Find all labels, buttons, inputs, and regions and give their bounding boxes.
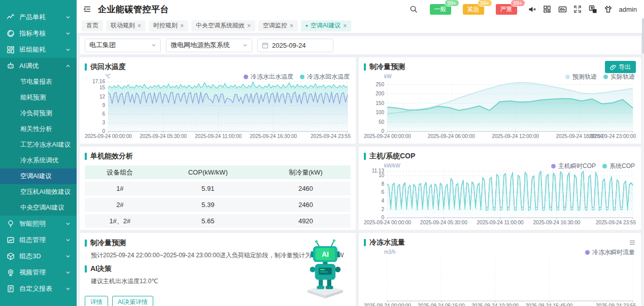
close-icon[interactable]: × [290,23,293,29]
svg-text:2025-09-24 11:00:00: 2025-09-24 11:00:00 [195,133,242,139]
sidebar-subitem-air-compressor-ai[interactable]: 空压机AI能效建议 [0,184,77,200]
sidebar-item-scada-config[interactable]: 组态管理 [0,232,77,248]
chevron-down-icon [65,31,71,36]
dashboard-grid-icon[interactable] [543,5,552,14]
svg-text:50: 50 [379,119,385,125]
sidebar-subitem-chilled-water-tuning[interactable]: 冷水系统调优 [0,153,77,168]
legend-item[interactable]: 系统COP [602,162,635,171]
legend-item[interactable]: 冷冻水出水温度 [244,73,293,81]
chart-legend: 冷冻水瞬时流量 [585,248,635,257]
data-view-icon[interactable] [629,239,636,246]
legend-item[interactable]: 冷冻水回水温度 [300,73,350,81]
close-icon[interactable]: × [138,23,141,29]
target-icon [7,29,15,38]
search-icon[interactable] [410,5,418,14]
org-select-value: 电工集团 [89,41,151,50]
sidebar-subitem-correlation-analysis[interactable]: 相关性分析 [0,121,77,137]
lightbulb-icon [7,220,15,228]
system-select[interactable]: 微电网地源热泵系统 [166,39,252,52]
org-select[interactable]: 电工集团 [85,39,161,52]
theme-shirt-icon[interactable] [604,5,613,14]
export-label: 导出 [619,63,631,72]
close-icon[interactable]: × [343,23,347,29]
cell-cop: 5.39 [155,198,261,212]
panel-title: 单机能效分析 [90,152,133,161]
sidebar-item-team-energy[interactable]: 班组能耗 [0,42,77,58]
scrollbar[interactable] [642,18,644,306]
svg-text:2025-09-24 11:00:00: 2025-09-24 11:00:00 [477,220,524,225]
filter-bar: 电工集团 微电网地源热泵系统 2025-09-24 [80,36,641,54]
alarm-badge-urgent[interactable]: 紧急 99+ [463,4,484,15]
sidebar-item-custom-report[interactable]: 自定义报表 [0,281,77,297]
badge-count: 99+ [511,0,525,7]
alarm-badge-normal[interactable]: 一般 99+ [430,4,451,15]
detail-button[interactable]: 详情 [85,296,108,306]
sidebar-item-kpi-assessment[interactable]: 指标考核 [0,25,77,42]
tab-ac-monitor[interactable]: 空调监控 × [258,20,298,31]
svg-text:8: 8 [381,181,384,187]
tabbar: 首页 联动规则 × 时控规则 × 中央空调系统能效 × 空调监控 × ● 空调A… [77,18,644,33]
chevron-down-icon [65,270,71,275]
legend-item[interactable]: 实际轨迹 [603,73,635,81]
panel-header: 供回水温度 [85,61,351,73]
sidebar-item-label: 指标考核 [19,29,65,38]
table-header-row: 设备组合 COP(kW/kW) 制冷量(kW) [85,165,351,179]
svg-text:2025-09-24 05:15:00: 2025-09-24 05:15:00 [418,303,465,306]
sidebar-subitem-central-ac-ai[interactable]: 中央空调AI建议 [0,200,77,216]
calendar-icon [262,42,268,49]
translate-icon[interactable]: A [589,5,597,14]
sidebar-subitem-process-chilled-water-ai[interactable]: 工艺冷冻水AI建议 [0,137,77,153]
chart-svg: 0369121517.162025-09-24 00:00:002025-09-… [85,74,351,140]
svg-text:150: 150 [376,100,384,106]
sidebar-item-product-consumption[interactable]: 产品单耗 [0,9,77,25]
sidebar-subitem-energy-forecast[interactable]: 能耗预测 [0,90,77,106]
sidebar-item-smart-lighting[interactable]: 智能照明 [0,216,77,232]
sidebar-item-label: 自定义报表 [19,284,65,293]
tab-hvac-ai-advice[interactable]: ● 空调AI建议 × [301,20,351,31]
cube-icon [7,252,15,260]
screen-monitor-icon[interactable] [558,5,567,14]
robot-icon [7,62,15,70]
sidebar-subitem-cooling-load-forecast[interactable]: 冷负荷预测 [0,106,77,121]
legend-item[interactable]: 冷冻水瞬时流量 [585,248,635,257]
date-picker[interactable]: 2025-09-24 [257,39,333,52]
panel-header: 制冷量预测 导出 [364,61,636,73]
sidebar-item-ai-tuning[interactable]: AI调优 [0,58,77,74]
axis-unit-label: kW/kW [384,163,400,168]
sidebar-item-video-mgmt[interactable]: 视频管理 [0,264,77,281]
user-name[interactable]: admin [619,6,637,13]
legend-item[interactable]: 主机瞬时COP [551,162,596,171]
alarm-badge-severe[interactable]: 严重 99+ [496,4,517,15]
close-icon[interactable]: × [180,23,184,29]
sidebar-subitem-hvac-ai-advice[interactable]: 空调AI建议 [0,168,77,184]
ai-detail-button[interactable]: AI决策详情 [112,296,153,306]
panel-chilled-water-flow: 冷冻水流量 m3/h冷冻水瞬时流量2025-09-24 00:00:002025… [359,233,641,306]
legend-item[interactable]: 预测轨迹 [565,73,597,81]
sidebar-subitem-energy-saving-report[interactable]: 节电量报表 [0,74,77,90]
sidebar-item-scada-3d[interactable]: 组态3D [0,248,77,264]
accent-bar [85,265,87,273]
tab-linkage-rules[interactable]: 联动规则 × [106,20,146,31]
sidebar-collapse-icon[interactable] [83,5,92,14]
fullscreen-icon[interactable] [573,5,582,14]
tab-home[interactable]: 首页 [82,20,103,31]
legend-dot [585,250,590,255]
export-button[interactable]: 导出 [605,61,636,73]
flow-chart: m3/h冷冻水瞬时流量2025-09-24 00:00:002025-09-24… [364,249,636,306]
mute-icon[interactable] [528,5,536,14]
chevron-up-icon [65,63,71,69]
tab-schedule-rules[interactable]: 时控规则 × [149,20,188,31]
svg-text:2025-09-24 05:30:00: 2025-09-24 05:30:00 [140,133,187,139]
tab-central-ac-efficiency[interactable]: 中央空调系统能效 × [191,20,255,31]
scrollbar-thumb[interactable] [642,18,644,54]
accent-bar [364,239,366,246]
trend-icon [7,13,15,21]
svg-text:2025-09-24 00:00:00: 2025-09-24 00:00:00 [364,220,411,225]
paperclip-icon [610,64,616,70]
axis-unit-label: kW [384,74,391,79]
svg-text:100: 100 [376,110,384,115]
panel-title: 供回水温度 [90,62,126,72]
close-icon[interactable]: × [247,23,251,29]
svg-text:2025-09-24 23:55: 2025-09-24 23:55 [596,220,636,225]
chart-svg: 2025-09-24 00:00:002025-09-24 05:15:0020… [364,249,636,306]
